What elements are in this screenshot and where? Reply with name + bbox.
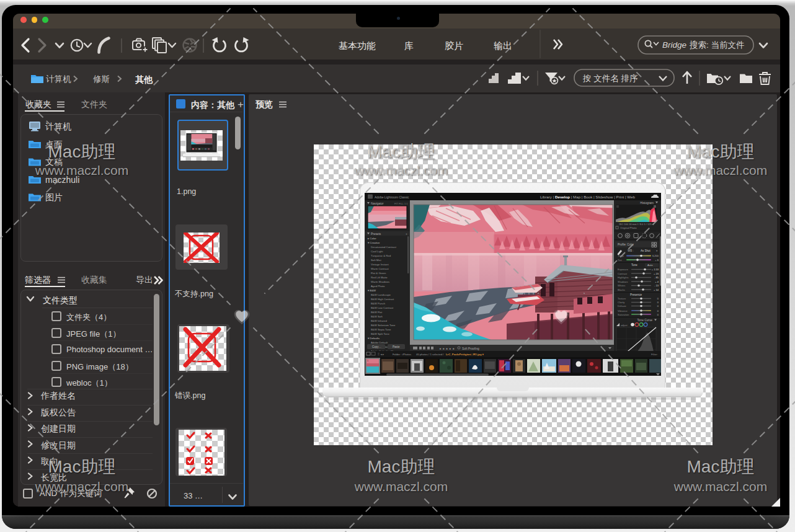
svg-text:B&W Soft: B&W Soft	[371, 315, 383, 318]
svg-text:Desaturated Contrast: Desaturated Contrast	[371, 246, 397, 249]
svg-text:Dehaze: Dehaze	[618, 304, 627, 308]
svg-text:Shadows: Shadows	[618, 280, 628, 283]
svg-text:Blacks: Blacks	[618, 288, 625, 291]
svg-text:B&W Sepia Tone: B&W Sepia Tone	[371, 328, 391, 331]
svg-text:Adobe Default: Adobe Default	[371, 341, 388, 344]
svg-text:1: 1	[367, 360, 368, 362]
svg-text:Presence: Presence	[630, 293, 642, 296]
svg-text:B&W High Contrast: B&W High Contrast	[371, 298, 394, 301]
svg-text:Navigator: Navigator	[371, 202, 384, 205]
svg-text:B&W Punch: B&W Punch	[371, 302, 386, 305]
svg-text:Original Photo: Original Photo	[620, 226, 637, 229]
svg-text:+ 4: + 4	[655, 280, 659, 283]
svg-text:+: +	[406, 232, 407, 236]
svg-text:Soft Mist: Soft Mist	[371, 259, 382, 262]
svg-text:Flat & Green: Flat & Green	[371, 272, 386, 275]
svg-text:Library | Develop | Map | Book: Library | Develop | Map | Book | Slidesh…	[540, 195, 636, 199]
svg-text:+ 23: + 23	[654, 272, 659, 275]
svg-text:Tint: Tint	[618, 259, 622, 262]
svg-text:Contrast: Contrast	[618, 272, 628, 275]
svg-text:▾ Defaults: ▾ Defaults	[368, 337, 380, 340]
svg-text:Warm Contrast: Warm Contrast	[371, 267, 389, 270]
svg-text:- 85: - 85	[654, 276, 659, 279]
svg-text:Tone Curve: Tone Curve	[637, 319, 652, 322]
svg-text:B&W Selenium Tone: B&W Selenium Tone	[371, 324, 396, 327]
svg-text:▾ B&W: ▾ B&W	[368, 289, 376, 292]
svg-text:Soft Proofing: Soft Proofing	[462, 347, 479, 350]
svg-text:Clarity: Clarity	[618, 301, 624, 304]
svg-text:Profile: Color: Profile: Color	[618, 243, 634, 246]
svg-text:⠿ ◂ ▸: ⠿ ◂ ▸	[378, 353, 384, 356]
svg-text:6,200: 6,200	[652, 254, 659, 257]
svg-text:adjust: adjust	[621, 324, 628, 327]
svg-text:As Shot: As Shot	[641, 249, 651, 252]
svg-text:ISO 100 16 mm f / 8.0: ISO 100 16 mm f / 8.0 1 / 125 s	[619, 223, 654, 226]
svg-text:Presets: Presets	[371, 233, 381, 236]
svg-text:+ 14: + 14	[654, 288, 659, 291]
svg-text:★ ★ ★ ★ ★: ★ ★ ★ ★ ★	[439, 347, 455, 350]
svg-text:Copy…: Copy…	[372, 345, 381, 348]
svg-text:Texture: Texture	[618, 297, 626, 300]
svg-text:Temp: Temp	[618, 254, 624, 257]
svg-text:LrC_PaoloPettigiani_IR1.jpg ▾: LrC_PaoloPettigiani_IR1.jpg ▾	[446, 353, 484, 356]
svg-text:B&W Split Tone: B&W Split Tone	[371, 332, 389, 335]
svg-text:40 photos / 1 selected /: 40 photos / 1 selected /	[416, 353, 444, 356]
svg-text:B&W Flat: B&W Flat	[371, 311, 383, 314]
svg-text:Tone: Tone	[631, 264, 637, 267]
svg-text:WB :: WB :	[628, 249, 634, 252]
svg-text:Highlights: Highlights	[618, 276, 629, 279]
svg-text:Cool Light: Cool Light	[371, 250, 383, 253]
svg-text:Auto: Auto	[647, 264, 653, 267]
svg-text:Histogram: Histogram	[640, 202, 654, 205]
svg-text:Folder : iPhotos: Folder : iPhotos	[393, 353, 411, 356]
svg-text:Exposure: Exposure	[618, 268, 629, 271]
svg-text:- 13: - 13	[654, 284, 659, 287]
svg-text:▾ Creative: ▾ Creative	[368, 241, 380, 244]
svg-text:+ 8: + 8	[655, 259, 659, 262]
svg-text:Warm Shadows: Warm Shadows	[371, 280, 389, 283]
svg-text:FIT FILL 1:1: FIT FILL 1:1	[394, 202, 408, 205]
svg-text:Whites: Whites	[618, 284, 625, 287]
svg-text:Saturation: Saturation	[618, 313, 629, 316]
svg-text:Vintage Instant: Vintage Instant	[371, 263, 389, 266]
svg-text:Red Lift Matte: Red Lift Matte	[371, 276, 388, 279]
svg-text:Filter:: Filter:	[651, 353, 658, 356]
svg-text:+ 1.53: + 1.53	[652, 268, 659, 271]
svg-text:Aged Photo: Aged Photo	[371, 285, 385, 288]
svg-text:Turquoise & Red: Turquoise & Red	[371, 254, 391, 257]
svg-text:B&W Infrared: B&W Infrared	[371, 319, 387, 322]
svg-text:Adobe Lightroom Classic: Adobe Lightroom Classic	[375, 195, 409, 199]
svg-text:Paste: Paste	[393, 345, 400, 348]
svg-text:Vibrance: Vibrance	[618, 309, 628, 313]
svg-text:▸ Color: ▸ Color	[368, 237, 376, 240]
svg-text:B&W Landscape: B&W Landscape	[371, 293, 391, 296]
svg-text:B&W Low Contrast: B&W Low Contrast	[371, 306, 394, 309]
